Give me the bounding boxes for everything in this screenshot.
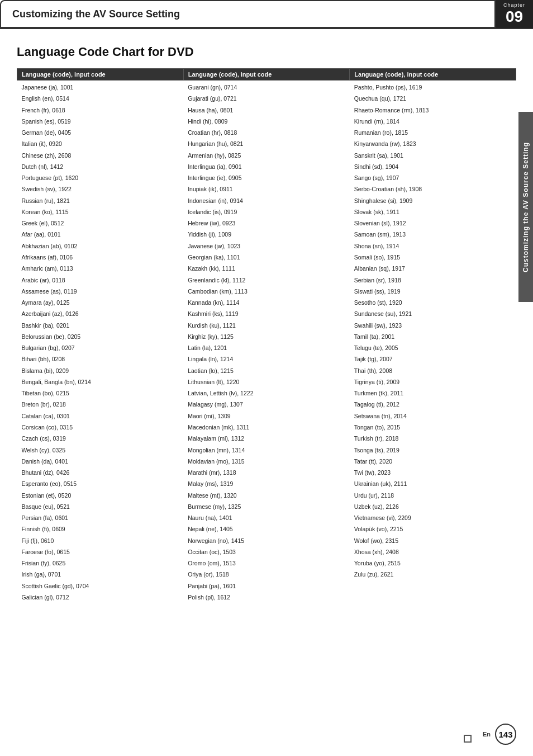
list-item: Maori (mi), 1309 bbox=[183, 410, 350, 422]
list-item: Siswati (ss), 1919 bbox=[350, 286, 516, 297]
list-item: Turkish (tr), 2018 bbox=[350, 433, 516, 444]
list-item: Tigrinya (ti), 2009 bbox=[350, 376, 516, 388]
list-item: Hungarian (hu), 0821 bbox=[183, 138, 350, 149]
list-item: Maltese (mt), 1320 bbox=[183, 490, 350, 501]
list-item: Sango (sg), 1907 bbox=[350, 172, 516, 183]
list-item: Kurdish (ku), 1121 bbox=[183, 320, 350, 331]
table-row: Chinese (zh), 2608Armenian (hy), 0825San… bbox=[17, 150, 516, 161]
list-item: Basque (eu), 0521 bbox=[17, 501, 184, 512]
list-item: Afar (aa), 0101 bbox=[17, 229, 184, 240]
list-item: Shinghalese (si), 1909 bbox=[350, 195, 516, 206]
list-item: Sundanese (su), 1921 bbox=[350, 308, 516, 319]
table-row: German (de), 0405Croatian (hr), 0818Ruma… bbox=[17, 127, 516, 138]
table-row: Assamese (as), 0119Cambodian (km), 1113S… bbox=[17, 286, 516, 297]
list-item: Azerbaijani (az), 0126 bbox=[17, 308, 184, 319]
table-row: Bulgarian (bg), 0207Latin (la), 1201Telu… bbox=[17, 342, 516, 353]
table-row: Italian (it), 0920Hungarian (hu), 0821Ki… bbox=[17, 138, 516, 149]
list-item: Greek (el), 0512 bbox=[17, 218, 184, 229]
list-item: Inupiak (ik), 0911 bbox=[183, 183, 350, 195]
list-item: Esperanto (eo), 0515 bbox=[17, 478, 184, 489]
list-item: Setswana (tn), 2014 bbox=[350, 410, 516, 422]
list-item: Abkhazian (ab), 0102 bbox=[17, 240, 184, 252]
list-item: Armenian (hy), 0825 bbox=[183, 150, 350, 161]
chapter-title-text: Customizing the AV Source Setting bbox=[12, 8, 180, 20]
list-item: Malayalam (ml), 1312 bbox=[183, 433, 350, 444]
list-item: Tsonga (ts), 2019 bbox=[350, 445, 516, 456]
footer-page-number: 143 bbox=[495, 724, 516, 745]
list-item: Mongolian (mn), 1314 bbox=[183, 445, 350, 456]
chapter-label: Chapter bbox=[503, 2, 525, 8]
list-item: Portuguese (pt), 1620 bbox=[17, 172, 184, 183]
table-row: Bihari (bh), 0208Lingala (ln), 1214Tajik… bbox=[17, 353, 516, 365]
list-item: Russian (ru), 1821 bbox=[17, 195, 184, 206]
list-item: Marathi (mr), 1318 bbox=[183, 467, 350, 478]
list-item: Panjabi (pa), 1601 bbox=[183, 580, 350, 592]
list-item: Twi (tw), 2023 bbox=[350, 467, 516, 478]
list-item: Bhutani (dz), 0426 bbox=[17, 467, 184, 478]
table-row: Abkhazian (ab), 0102Javanese (jw), 1023S… bbox=[17, 240, 516, 252]
page-title: Language Code Chart for DVD bbox=[17, 45, 516, 59]
page-footer: En 143 bbox=[483, 724, 516, 745]
list-item: Serbo-Croatian (sh), 1908 bbox=[350, 183, 516, 195]
table-row: Bengali, Bangla (bn), 0214Lithusnian (lt… bbox=[17, 376, 516, 388]
chapter-title: Customizing the AV Source Setting bbox=[0, 0, 496, 28]
list-item: Urdu (ur), 2118 bbox=[350, 490, 516, 501]
list-item: Volapük (vo), 2215 bbox=[350, 523, 516, 535]
list-item bbox=[350, 580, 516, 592]
list-item: Breton (br), 0218 bbox=[17, 399, 184, 410]
list-item: Korean (ko), 1115 bbox=[17, 206, 184, 218]
list-item: Polish (pl), 1612 bbox=[183, 592, 350, 603]
table-row: Esperanto (eo), 0515Malay (ms), 1319Ukra… bbox=[17, 478, 516, 489]
list-item: Czach (cs), 0319 bbox=[17, 433, 184, 444]
table-row: Amharic (am), 0113Kazakh (kk), 1111Alban… bbox=[17, 263, 516, 274]
list-item: Gujarati (gu), 0721 bbox=[183, 93, 350, 104]
list-item: Kashmiri (ks), 1119 bbox=[183, 308, 350, 319]
list-item: Rumanian (ro), 1815 bbox=[350, 127, 516, 138]
list-item: Malagasy (mg), 1307 bbox=[183, 399, 350, 410]
list-item: Assamese (as), 0119 bbox=[17, 286, 184, 297]
list-item: Bashkir (ba), 0201 bbox=[17, 320, 184, 331]
list-item: Quechua (qu), 1721 bbox=[350, 93, 516, 104]
list-item: Macedonian (mk), 1311 bbox=[183, 422, 350, 433]
list-item: Georgian (ka), 1101 bbox=[183, 252, 350, 263]
table-row: Russian (ru), 1821Indonesian (in), 0914S… bbox=[17, 195, 516, 206]
list-item: Persian (fa), 0601 bbox=[17, 512, 184, 523]
list-item: Sindhi (sd), 1904 bbox=[350, 161, 516, 172]
list-item: Guarani (gn), 0714 bbox=[183, 81, 350, 93]
list-item: Bulgarian (bg), 0207 bbox=[17, 342, 184, 353]
list-item: Bengali, Bangla (bn), 0214 bbox=[17, 376, 184, 388]
list-item: Nauru (na), 1401 bbox=[183, 512, 350, 523]
list-item: German (de), 0405 bbox=[17, 127, 184, 138]
list-item: Chinese (zh), 2608 bbox=[17, 150, 184, 161]
list-item: Vietnamese (vi), 2209 bbox=[350, 512, 516, 523]
table-row: Portuguese (pt), 1620Interlingue (ie), 0… bbox=[17, 172, 516, 183]
list-item: Sesotho (st), 1920 bbox=[350, 297, 516, 308]
table-row: Irish (ga), 0701Oriya (or), 1518Zulu (zu… bbox=[17, 569, 516, 580]
list-item: Amharic (am), 0113 bbox=[17, 263, 184, 274]
list-item: Thai (th), 2008 bbox=[350, 365, 516, 376]
table-row: Afrikaans (af), 0106Georgian (ka), 1101S… bbox=[17, 252, 516, 263]
list-item: Laotian (lo), 1215 bbox=[183, 365, 350, 376]
list-item: Telugu (te), 2005 bbox=[350, 342, 516, 353]
list-item: Occitan (oc), 1503 bbox=[183, 546, 350, 557]
list-item: Danish (da), 0401 bbox=[17, 456, 184, 467]
table-row: Bhutani (dz), 0426Marathi (mr), 1318Twi … bbox=[17, 467, 516, 478]
list-item: Galician (gl), 0712 bbox=[17, 592, 184, 603]
list-item: Bislama (bi), 0209 bbox=[17, 365, 184, 376]
list-item: Javanese (jw), 1023 bbox=[183, 240, 350, 252]
col2-header: Language (code), input code bbox=[183, 69, 350, 81]
side-label: Customizing the AV Source Setting bbox=[518, 112, 533, 302]
list-item: Latvian, Lettish (lv), 1222 bbox=[183, 388, 350, 399]
list-item: Swedish (sv), 1922 bbox=[17, 183, 184, 195]
list-item: English (en), 0514 bbox=[17, 93, 184, 104]
table-row: Bislama (bi), 0209Laotian (lo), 1215Thai… bbox=[17, 365, 516, 376]
list-item: Icelandic (is), 0919 bbox=[183, 206, 350, 218]
list-item: Pashto, Pushto (ps), 1619 bbox=[350, 81, 516, 93]
list-item: Hindi (hi), 0809 bbox=[183, 116, 350, 127]
list-item: Finnish (fi), 0609 bbox=[17, 523, 184, 535]
list-item: Lithusnian (lt), 1220 bbox=[183, 376, 350, 388]
list-item: Frisian (fy), 0625 bbox=[17, 557, 184, 569]
list-item: Corsican (co), 0315 bbox=[17, 422, 184, 433]
list-item: Rhaeto-Romance (rm), 1813 bbox=[350, 105, 516, 116]
list-item: Kazakh (kk), 1111 bbox=[183, 263, 350, 274]
